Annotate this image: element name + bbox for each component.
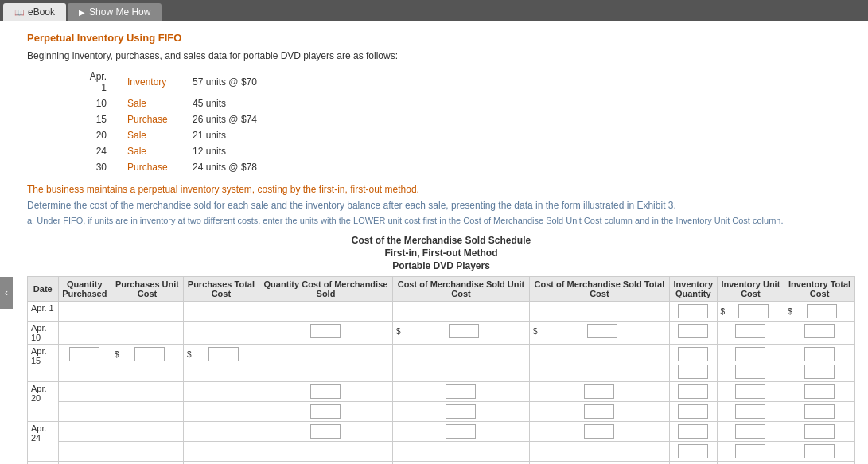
cell-apr1-qty-sold [259,302,392,322]
cell-apr20-qty-sold-2 [259,402,392,422]
table-header-row: Date QuantityPurchased Purchases UnitCos… [28,277,855,302]
cell-apr24-inv-qty-1 [669,422,717,442]
input-apr20-qty-sold-2[interactable] [310,404,341,419]
cell-apr20-qty-sold-1 [259,382,392,402]
cell-apr24-qty-sold-1 [259,422,392,442]
input-apr20-sold-tc-1[interactable] [584,384,614,399]
cell-apr1-inv-tc: $ [784,302,855,322]
cell-apr24-qty-purchased [58,422,111,442]
list-item: 20 Sale 21 units [76,128,267,142]
cell-apr20-inv-uc-2 [717,402,784,422]
input-apr15-inv-uc2[interactable] [735,365,765,379]
input-apr20-sold-uc-2[interactable] [446,404,476,419]
input-apr24-inv-uc-1[interactable] [735,424,765,439]
table-row: Apr.15 $ $ [28,345,855,382]
cell-apr20-inv-uc-1 [717,382,784,402]
cell-apr1-sold-tc [529,302,669,322]
col-inv-qty: InventoryQuantity [669,277,717,302]
cell-apr30-pu-cost [111,462,184,465]
cell-apr20-sold-tc-1 [529,382,669,402]
tab-showmehow[interactable]: ▶ Show Me How [68,3,162,21]
cell-apr24-inv-uc-2 [717,442,784,462]
input-apr24-qty-sold-1[interactable] [310,424,341,439]
tab-ebook[interactable]: 📖 eBook [3,3,66,21]
tab-showmehow-label: Show Me How [89,6,150,18]
input-apr15-qty-purchased[interactable] [69,347,99,361]
input-apr1-inv-tc[interactable] [807,304,837,318]
cell-apr24-pu-cost [111,422,184,442]
input-apr15-inv-qty2[interactable] [678,365,708,379]
input-apr24-sold-tc-1[interactable] [584,424,614,439]
cell-apr10-sold-uc-wrap: $ [396,323,526,339]
input-apr20-sold-uc-1[interactable] [446,384,476,399]
input-apr10-qty-sold[interactable] [310,324,341,338]
list-item: 10 Sale 45 units [76,96,267,111]
input-apr20-inv-qty-1[interactable] [678,384,708,399]
cell-apr24-inv-tc-1 [784,422,855,442]
list-item: 15 Purchase 26 units @ $74 [76,112,267,127]
input-apr10-inv-uc[interactable] [735,324,765,338]
input-apr1-inv-uc[interactable] [738,304,769,318]
dollar-sign: $ [187,350,192,359]
cell-apr15-sold-uc [393,345,530,382]
col-date: Date [28,277,59,302]
page-title: Perpetual Inventory Using FIFO [27,32,855,44]
input-apr20-inv-tc-1[interactable] [804,384,835,399]
input-apr15-pu-cost[interactable] [134,347,165,361]
nav-arrow-left[interactable]: ‹ [0,277,13,309]
date-apr20: Apr.20 [28,382,59,422]
tab-ebook-label: eBook [28,6,55,18]
col-purchases-unit-cost: Purchases UnitCost [111,277,184,302]
input-apr24-inv-qty-1[interactable] [678,424,708,439]
table-row: Apr.10 $ [28,322,855,345]
input-apr15-inv-tc2[interactable] [804,365,835,379]
col-inv-unit-cost: Inventory UnitCost [717,277,784,302]
input-apr10-sold-tc[interactable] [587,324,617,338]
input-apr24-inv-tc-1[interactable] [804,424,835,439]
input-apr24-inv-uc-2[interactable] [735,444,765,458]
cell-apr30-pt-cost [183,462,259,465]
cell-apr20-inv-tc-2 [784,402,855,422]
cell-apr24-sold-tc-1 [529,422,669,442]
input-apr20-inv-tc-2[interactable] [804,404,835,419]
input-apr20-inv-qty-2[interactable] [678,404,708,419]
input-apr15-inv-tc1[interactable] [804,347,835,361]
input-apr10-sold-uc[interactable] [449,324,479,338]
cell-apr10-inv-tc [784,322,855,345]
dollar-sign: $ [115,350,119,359]
cell-apr1-inv-tc-wrap: $ [788,303,851,319]
cell-apr30-inv-qty-1 [669,462,717,465]
cell-apr10-inv-qty [669,322,717,345]
input-apr1-inv-qty[interactable] [678,304,708,318]
schedule-title-1: Cost of the Merchandise Sold Schedule [27,235,855,246]
cell-apr30-qty-purchased [58,462,111,465]
tab-bar: 📖 eBook ▶ Show Me How [0,0,868,21]
cell-apr24-inv-tc-2 [784,442,855,462]
col-qty-purchased: QuantityPurchased [58,277,111,302]
note-text: The business maintains a perpetual inven… [27,184,855,195]
schedule-title-2: First-in, First-out Method [27,248,855,259]
inventory-data-table: Apr. 1 Inventory 57 units @ $70 10 Sale … [75,68,268,176]
input-apr15-pt-cost[interactable] [208,347,239,361]
input-apr10-inv-tc[interactable] [804,324,835,338]
input-apr15-inv-qty1[interactable] [678,347,708,361]
input-apr20-qty-sold-1[interactable] [310,384,341,399]
input-apr24-inv-tc-2[interactable] [804,444,835,458]
input-apr15-inv-uc1[interactable] [735,347,765,361]
list-item: Apr. 1 Inventory 57 units @ $70 [76,69,267,95]
input-apr24-sold-uc-1[interactable] [446,424,476,439]
input-apr20-sold-tc-2[interactable] [584,404,614,419]
cell-apr15-inv-qty-multi [673,346,714,380]
cell-apr10-inv-uc [717,322,784,345]
cell-apr10-pt-cost [183,322,259,345]
intro-text: Beginning inventory, purchases, and sale… [27,50,855,61]
cell-apr20-inv-qty-2 [669,402,717,422]
input-apr20-inv-uc-2[interactable] [735,404,765,419]
input-apr10-inv-qty[interactable] [678,324,708,338]
input-apr24-inv-qty-2[interactable] [678,444,708,458]
input-apr20-inv-uc-1[interactable] [735,384,765,399]
cell-apr15-pt-cost: $ [183,345,259,382]
cell-apr1-inv-uc: $ [717,302,784,322]
cell-apr1-sold-uc [393,302,530,322]
cell-apr1-pu-cost [111,302,184,322]
